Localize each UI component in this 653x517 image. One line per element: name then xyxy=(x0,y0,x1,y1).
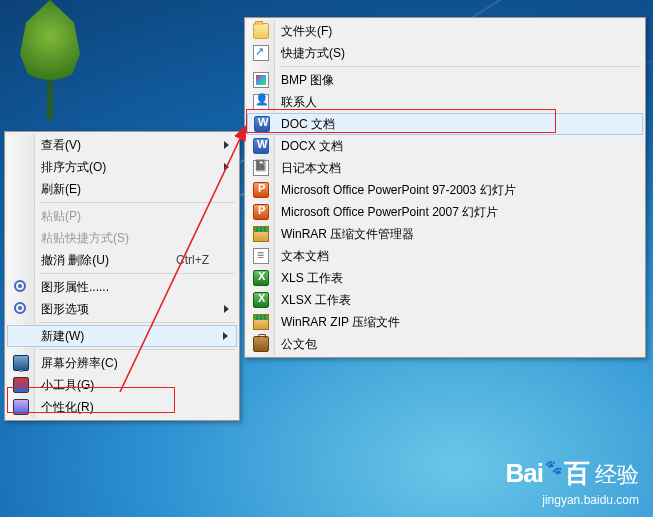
theme-icon xyxy=(13,399,29,415)
menu-item-label: XLS 工作表 xyxy=(281,270,343,287)
menu-item-label: WinRAR 压缩文件管理器 xyxy=(281,226,414,243)
ppt-icon xyxy=(253,204,269,220)
menu-item[interactable]: Microsoft Office PowerPoint 2007 幻灯片 xyxy=(247,201,643,223)
menu-item[interactable]: 刷新(E) xyxy=(7,178,237,200)
menu-item[interactable]: WinRAR 压缩文件管理器 xyxy=(247,223,643,245)
submenu-arrow-icon xyxy=(223,332,228,340)
menu-item-label: DOC 文档 xyxy=(281,116,335,133)
menu-item-label: 排序方式(O) xyxy=(41,159,106,176)
menu-item-label: 日记本文档 xyxy=(281,160,341,177)
menu-item-label: XLSX 工作表 xyxy=(281,292,351,309)
menu-item[interactable]: XLS 工作表 xyxy=(247,267,643,289)
journal-icon xyxy=(253,160,269,176)
gear-icon xyxy=(13,301,29,317)
menu-item[interactable]: 文本文档 xyxy=(247,245,643,267)
menu-item[interactable]: DOCX 文档 xyxy=(247,135,643,157)
menu-item[interactable]: XLSX 工作表 xyxy=(247,289,643,311)
menu-item[interactable]: WinRAR ZIP 压缩文件 xyxy=(247,311,643,333)
contact-icon xyxy=(253,94,269,110)
menu-item-label: 粘贴(P) xyxy=(41,208,81,225)
word-icon xyxy=(254,116,270,132)
ppt-icon xyxy=(253,182,269,198)
menu-item-label: 刷新(E) xyxy=(41,181,81,198)
menu-item[interactable]: 文件夹(F) xyxy=(247,20,643,42)
menu-separator xyxy=(39,202,235,203)
rar-icon xyxy=(253,226,269,242)
menu-item: 粘贴(P) xyxy=(7,205,237,227)
submenu-arrow-icon xyxy=(224,163,229,171)
display-icon xyxy=(13,355,29,371)
menu-separator xyxy=(279,66,641,67)
paw-icon: 🐾 xyxy=(545,459,562,475)
menu-item[interactable]: 公文包 xyxy=(247,333,643,355)
menu-item[interactable]: Microsoft Office PowerPoint 97-2003 幻灯片 xyxy=(247,179,643,201)
menu-item-label: WinRAR ZIP 压缩文件 xyxy=(281,314,400,331)
new-submenu[interactable]: 文件夹(F)快捷方式(S)BMP 图像联系人DOC 文档DOCX 文档日记本文档… xyxy=(244,17,646,358)
menu-item[interactable]: 图形选项 xyxy=(7,298,237,320)
menu-item-label: 新建(W) xyxy=(41,328,84,345)
menu-item[interactable]: 撤消 删除(U)Ctrl+Z xyxy=(7,249,237,271)
brand-en: Bai xyxy=(506,458,543,489)
folder-icon xyxy=(253,23,269,39)
wallpaper-tree xyxy=(20,0,80,120)
menu-item[interactable]: 小工具(G) xyxy=(7,374,237,396)
shortcut-icon xyxy=(253,45,269,61)
menu-separator xyxy=(39,273,235,274)
menu-item-label: 图形选项 xyxy=(41,301,89,318)
menu-separator xyxy=(39,322,235,323)
rar-icon xyxy=(253,314,269,330)
menu-item-label: DOCX 文档 xyxy=(281,138,343,155)
menu-item[interactable]: DOC 文档 xyxy=(247,113,643,135)
menu-item[interactable]: 排序方式(O) xyxy=(7,156,237,178)
submenu-arrow-icon xyxy=(224,141,229,149)
menu-item: 粘贴快捷方式(S) xyxy=(7,227,237,249)
bmp-icon xyxy=(253,72,269,88)
briefcase-icon xyxy=(253,336,269,352)
menu-item[interactable]: 日记本文档 xyxy=(247,157,643,179)
menu-separator xyxy=(39,349,235,350)
menu-item-label: 查看(V) xyxy=(41,137,81,154)
menu-item-label: 小工具(G) xyxy=(41,377,94,394)
menu-item[interactable]: 图形属性...... xyxy=(7,276,237,298)
menu-item-label: BMP 图像 xyxy=(281,72,334,89)
menu-item-label: 粘贴快捷方式(S) xyxy=(41,230,129,247)
brand-url: jingyan.baidu.com xyxy=(506,493,639,507)
gear-icon xyxy=(13,279,29,295)
menu-item[interactable]: 个性化(R) xyxy=(7,396,237,418)
menu-item-label: 快捷方式(S) xyxy=(281,45,345,62)
menu-item[interactable]: 联系人 xyxy=(247,91,643,113)
xls-icon xyxy=(253,292,269,308)
menu-item-label: 文件夹(F) xyxy=(281,23,332,40)
menu-item-label: 图形属性...... xyxy=(41,279,109,296)
desktop-context-menu[interactable]: 查看(V)排序方式(O)刷新(E)粘贴(P)粘贴快捷方式(S)撤消 删除(U)C… xyxy=(4,131,240,421)
brand-cn1: 百 xyxy=(564,456,589,491)
menu-item-label: 屏幕分辨率(C) xyxy=(41,355,118,372)
menu-item-label: 文本文档 xyxy=(281,248,329,265)
menu-item-label: 撤消 删除(U) xyxy=(41,252,109,269)
txt-icon xyxy=(253,248,269,264)
menu-item[interactable]: 新建(W) xyxy=(7,325,237,347)
menu-item-label: 公文包 xyxy=(281,336,317,353)
menu-item-label: Microsoft Office PowerPoint 2007 幻灯片 xyxy=(281,204,498,221)
brand-cn2: 经验 xyxy=(595,460,639,490)
menu-item[interactable]: 快捷方式(S) xyxy=(247,42,643,64)
menu-item[interactable]: BMP 图像 xyxy=(247,69,643,91)
menu-item[interactable]: 查看(V) xyxy=(7,134,237,156)
menu-item[interactable]: 屏幕分辨率(C) xyxy=(7,352,237,374)
word-icon xyxy=(253,138,269,154)
gadget-icon xyxy=(13,377,29,393)
menu-item-label: 个性化(R) xyxy=(41,399,94,416)
menu-item-label: 联系人 xyxy=(281,94,317,111)
xls-icon xyxy=(253,270,269,286)
menu-item-label: Microsoft Office PowerPoint 97-2003 幻灯片 xyxy=(281,182,516,199)
baidu-watermark: Bai 🐾 百 经验 jingyan.baidu.com xyxy=(506,456,639,507)
submenu-arrow-icon xyxy=(224,305,229,313)
menu-item-shortcut: Ctrl+Z xyxy=(176,253,209,267)
